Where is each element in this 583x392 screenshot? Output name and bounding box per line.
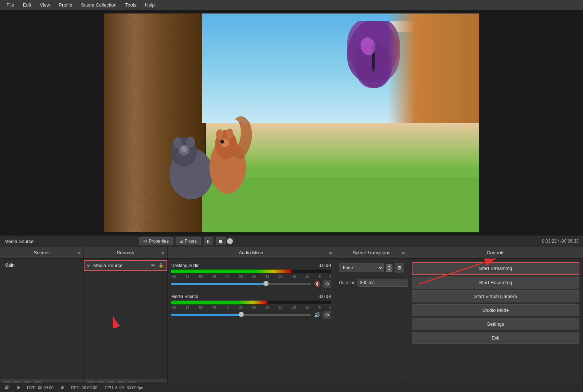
cpu-status: CPU: 3.4%, 30.00 fps: [105, 385, 143, 390]
rec-dot: [61, 386, 64, 389]
time-display: 0:03:23 / -00:06:33: [542, 239, 579, 244]
media-volume-fill: [171, 314, 241, 316]
pause-button[interactable]: ⏸: [204, 237, 213, 245]
statusbar: 🔊 LIVE: 00:00:00 REC: 00:00:00 CPU: 3.4%…: [0, 383, 583, 392]
desktop-audio-fill: [171, 270, 291, 273]
menubar: File Edit View Profile Scene Collection …: [0, 0, 583, 10]
desktop-audio-db: 0.0 dB: [318, 263, 331, 268]
scene-transitions-panel: Scene Transitions ≡ Fade ▲ ▼ ⚙ Duration …: [335, 247, 408, 391]
source-item-label: Media Source: [93, 263, 122, 268]
source-item-indicator: ▶: [87, 263, 90, 267]
transitions-select[interactable]: Fade: [339, 263, 384, 272]
menu-help[interactable]: Help: [141, 1, 159, 9]
menu-view[interactable]: View: [36, 1, 54, 9]
media-volume-controls: 🔊 ⚙: [171, 311, 331, 319]
scenes-menu-icon[interactable]: ≡: [78, 250, 81, 255]
filters-button[interactable]: ⊟ Filters: [176, 237, 201, 245]
preview-canvas: [104, 13, 479, 232]
media-volume-handle[interactable]: [239, 312, 244, 317]
scenes-panel-header: Scenes ≡: [0, 247, 83, 259]
audio-mixer-content: Desktop Audio 0.0 dB -60-55-50 -45-40-35…: [168, 259, 335, 391]
transitions-gear-button[interactable]: ⚙: [395, 263, 404, 273]
audio-track-media: Media Source 0.0 dB -60-55-50 -45-40-35 …: [168, 291, 335, 322]
svg-point-20: [216, 129, 223, 140]
controls-content: Start Streaming Start Recording Start Vi…: [408, 259, 583, 391]
desktop-audio-scale: -60-55-50 -45-40-35 -30-25-20 -15-10-5 0: [171, 275, 331, 278]
svg-point-14: [173, 137, 182, 148]
speaker-status-icon: 🔊: [4, 385, 9, 390]
scene-transitions-content: Fade ▲ ▼ ⚙ Duration ▲ ▼: [335, 259, 408, 391]
menu-edit[interactable]: Edit: [19, 1, 35, 9]
transitions-spinner-down[interactable]: ▼: [386, 268, 392, 272]
properties-button[interactable]: ⚙ Properties: [139, 237, 173, 245]
dog-silhouette: [388, 13, 479, 123]
stop-icon: ⏹: [218, 239, 223, 244]
filter-icon: ⊟: [180, 239, 183, 244]
transitions-menu-icon[interactable]: ≡: [402, 250, 405, 255]
desktop-audio-header: Desktop Audio 0.0 dB: [171, 263, 331, 268]
menu-tools[interactable]: Tools: [122, 1, 140, 9]
media-audio-db: 0.0 dB: [318, 294, 331, 299]
controls-header: Controls: [408, 247, 583, 259]
desktop-audio-meter: [171, 270, 331, 273]
speaker-icon: 🔊: [314, 312, 320, 318]
desktop-volume-slider[interactable]: [171, 283, 311, 285]
desktop-mute-button[interactable]: 🔇: [313, 280, 321, 288]
media-audio-meter: [171, 301, 331, 304]
svg-point-15: [186, 137, 195, 148]
desktop-audio-settings-button[interactable]: ⚙: [323, 280, 331, 288]
sources-panel: Sources ≡ ▶ Media Source 👁 🔒 + − ⚙ ∧ ∨: [84, 247, 168, 391]
duration-label: Duration: [339, 280, 355, 285]
source-label-bar: Media Source ⚙ Properties ⊟ Filters ⏸ ⏹ …: [0, 235, 583, 247]
media-volume-slider[interactable]: [171, 314, 311, 316]
scenes-panel: Scenes ≡ Main + − ∧ ∨: [0, 247, 84, 391]
desktop-volume-fill: [171, 283, 266, 285]
source-lock-button[interactable]: 🔒: [159, 263, 164, 268]
svg-point-21: [226, 129, 233, 139]
audio-mixer-panel: Audio Mixer ≡ Desktop Audio 0.0 dB -60-5…: [168, 247, 335, 391]
media-audio-header: Media Source 0.0 dB: [171, 294, 331, 299]
settings-button[interactable]: Settings: [412, 318, 579, 330]
source-label: Media Source: [4, 239, 34, 244]
audio-mixer-header: Audio Mixer ≡: [168, 247, 335, 259]
pause-icon: ⏸: [206, 239, 211, 244]
menu-scene-collection[interactable]: Scene Collection: [77, 1, 120, 9]
source-item-media[interactable]: ▶ Media Source 👁 🔒: [84, 260, 167, 271]
media-mute-button[interactable]: 🔊: [313, 311, 321, 319]
media-audio-settings-button[interactable]: ⚙: [323, 311, 331, 319]
scene-transitions-header: Scene Transitions ≡: [335, 247, 408, 259]
desktop-volume-handle[interactable]: [263, 281, 269, 286]
preview-container: [0, 10, 583, 235]
source-eye-button[interactable]: 👁: [151, 263, 156, 268]
start-streaming-button[interactable]: Start Streaming: [412, 262, 579, 275]
media-audio-scale: -60-55-50 -45-40-35 -30-25-20 -15-10-5 0: [171, 306, 331, 309]
duration-input[interactable]: [357, 279, 408, 287]
duration-row: Duration ▲ ▼: [335, 276, 408, 290]
transport-controls: ⚙ Properties ⊟ Filters ⏸ ⏹: [139, 237, 232, 245]
transitions-spinner-up[interactable]: ▲: [386, 264, 392, 268]
sources-menu-icon[interactable]: ≡: [161, 250, 164, 255]
progress-handle[interactable]: [227, 238, 233, 244]
transitions-spinner: ▲ ▼: [386, 264, 392, 272]
start-recording-button[interactable]: Start Recording: [412, 277, 579, 289]
studio-mode-button[interactable]: Studio Mode: [412, 304, 579, 316]
live-status: LIVE: 00:00:00: [27, 385, 54, 390]
start-virtual-camera-button[interactable]: Start Virtual Camera: [412, 290, 579, 302]
menu-file[interactable]: File: [3, 1, 18, 9]
mute-icon: 🔇: [314, 281, 320, 287]
svg-point-13: [181, 146, 187, 152]
controls-panel: Controls Start Streaming Start Recording…: [408, 247, 583, 391]
media-audio-fill: [171, 301, 267, 304]
desktop-audio-name: Desktop Audio: [171, 263, 199, 268]
characters: [162, 86, 264, 203]
sources-list: ▶ Media Source 👁 🔒: [84, 259, 167, 379]
audio-mixer-menu-icon[interactable]: ≡: [329, 250, 332, 255]
bottom-panels: Scenes ≡ Main + − ∧ ∨ Sources ≡ ▶ Media …: [0, 247, 583, 391]
gear-icon: ⚙: [143, 239, 147, 244]
exit-button[interactable]: Exit: [412, 332, 579, 344]
scene-item-main[interactable]: Main: [0, 260, 83, 270]
sources-panel-header: Sources ≡: [84, 247, 167, 259]
svg-point-19: [220, 140, 224, 144]
stop-button[interactable]: ⏹: [216, 237, 226, 245]
menu-profile[interactable]: Profile: [55, 1, 76, 9]
